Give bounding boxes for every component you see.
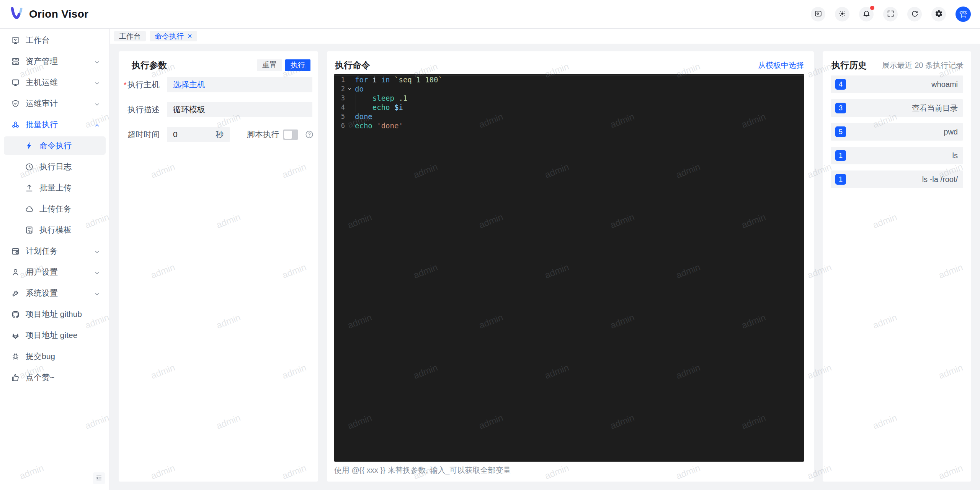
sidebar-item-asset-management[interactable]: 资产管理	[4, 52, 106, 70]
help-icon[interactable]	[305, 130, 314, 139]
app-header: Orion Visor 管	[0, 0, 980, 29]
sidebar-item-label: 项目地址 github	[26, 309, 82, 320]
reset-button[interactable]: 重置	[257, 59, 282, 71]
audit-icon	[11, 99, 20, 108]
history-item[interactable]: 5pwd	[831, 123, 963, 141]
chevron-up-icon	[94, 121, 100, 128]
tab-command-execution[interactable]: 命令执行✕	[150, 31, 197, 41]
line-number: 4	[334, 103, 345, 112]
sidebar-item-execution-template[interactable]: 执行模板	[4, 221, 106, 239]
sidebar-item-label: 点个赞~	[26, 372, 54, 383]
menu-fold-icon	[95, 474, 103, 483]
host-field-row: *执行主机 选择主机	[119, 77, 318, 92]
sidebar-item-label: 系统设置	[26, 288, 58, 298]
command-panel-header: 执行命令 从模板中选择	[327, 59, 814, 72]
schedule-icon	[11, 246, 20, 256]
fullscreen-button[interactable]	[883, 7, 898, 21]
chevron-down-icon	[94, 269, 100, 275]
timeout-field-row: 超时时间 秒 脚本执行	[119, 127, 318, 142]
close-icon[interactable]: ✕	[187, 33, 192, 39]
sidebar-item-label: 工作台	[26, 35, 50, 46]
wrench-icon	[11, 288, 20, 298]
thumbs-up-icon	[11, 373, 20, 382]
sidebar-item-label: 批量上传	[39, 182, 72, 193]
sidebar-item-label: 批量执行	[26, 119, 58, 130]
refresh-icon	[911, 10, 919, 19]
history-panel-title: 执行历史	[831, 59, 867, 71]
history-command: ls -la /root/	[922, 175, 958, 184]
sidebar-item-batch-upload[interactable]: 批量上传	[4, 179, 106, 197]
fold-spacer	[345, 112, 354, 121]
timeout-input[interactable]	[173, 130, 216, 139]
history-command: ls	[952, 151, 958, 160]
sidebar-item-batch-execution[interactable]: 批量执行	[4, 115, 106, 134]
refresh-button[interactable]	[907, 7, 922, 21]
app-logo[interactable]: Orion Visor	[9, 6, 88, 23]
execution-count-badge: 3	[835, 103, 846, 113]
history-item[interactable]: 3查看当前目录	[831, 99, 963, 117]
avatar[interactable]: 管	[956, 7, 971, 22]
sidebar-item-submit-bug[interactable]: 提交bug	[4, 347, 106, 365]
workbench-icon	[11, 36, 20, 45]
gear-icon	[935, 10, 943, 19]
sidebar-item-execution-log[interactable]: 执行日志	[4, 157, 106, 176]
sidebar-item-scheduled-tasks[interactable]: 计划任务	[4, 242, 106, 260]
fold-chevron-icon[interactable]	[345, 84, 354, 93]
code-settings-button[interactable]	[811, 7, 825, 21]
script-exec-toggle[interactable]	[283, 129, 298, 140]
history-item[interactable]: 1ls -la /root/	[831, 170, 963, 188]
sidebar-item-label: 执行模板	[39, 225, 72, 235]
host-field-label: *执行主机	[119, 79, 160, 90]
description-field-label: 执行描述	[119, 104, 160, 115]
chevron-down-icon	[94, 79, 100, 86]
sidebar-item-command-execution[interactable]: 命令执行	[4, 136, 106, 155]
line-number: 6	[334, 121, 345, 130]
sidebar-item-label: 运维审计	[26, 98, 58, 109]
required-asterisk: *	[124, 80, 127, 89]
history-item[interactable]: 4whoami	[831, 75, 963, 93]
sidebar-item-workbench[interactable]: 工作台	[4, 31, 106, 49]
settings-button[interactable]	[931, 7, 946, 21]
execution-params-panel: 执行参数 重置 执行 *执行主机 选择主机 执行描述 超时时间 秒 脚本执行	[119, 51, 318, 482]
sidebar-item-like[interactable]: 点个赞~	[4, 368, 106, 387]
notifications-button[interactable]	[859, 7, 874, 21]
description-input[interactable]	[173, 105, 306, 114]
select-host-field[interactable]: 选择主机	[167, 77, 312, 92]
asset-icon	[11, 57, 20, 66]
history-item[interactable]: 1ls	[831, 147, 963, 164]
code-editor[interactable]: 1for i in `seq 1 100`2do3 sleep .14 echo…	[334, 74, 804, 462]
editor-hint: 使用 @{{ xxx }} 来替换参数, 输入_可以获取全部变量	[334, 465, 511, 475]
sidebar-collapse-button[interactable]	[93, 472, 105, 484]
toggle-knob	[284, 131, 292, 139]
sidebar-item-gitee[interactable]: 项目地址 gitee	[4, 326, 106, 344]
header-actions: 管	[811, 7, 971, 22]
tab-workbench[interactable]: 工作台	[114, 31, 146, 41]
sidebar-item-upload-tasks[interactable]: 上传任务	[4, 200, 106, 218]
sidebar-item-github[interactable]: 项目地址 github	[4, 305, 106, 323]
host-icon	[11, 78, 20, 87]
sidebar-item-ops-audit[interactable]: 运维审计	[4, 94, 106, 113]
select-from-template-link[interactable]: 从模板中选择	[758, 60, 804, 70]
sidebar-item-system-settings[interactable]: 系统设置	[4, 284, 106, 302]
execution-count-badge: 1	[835, 174, 846, 185]
chevron-down-icon	[94, 58, 100, 65]
tab-label: 命令执行	[155, 31, 184, 41]
chevron-down-icon	[94, 100, 100, 107]
fold-spacer	[345, 121, 354, 130]
theme-button[interactable]	[835, 7, 849, 21]
execution-history-panel: 执行历史 展示最近 20 条执行记录 4whoami3查看当前目录5pwd1ls…	[823, 51, 971, 482]
line-number: 5	[334, 112, 345, 121]
sidebar-item-user-settings[interactable]: 用户设置	[4, 263, 106, 281]
line-number: 3	[334, 93, 345, 103]
execution-count-badge: 4	[835, 79, 846, 90]
sidebar-item-host-ops[interactable]: 主机运维	[4, 73, 106, 92]
code-line: 6echo 'done'	[334, 121, 804, 130]
fold-spacer	[345, 93, 354, 103]
run-button[interactable]: 执行	[285, 59, 310, 71]
select-host-link[interactable]: 选择主机	[173, 79, 205, 90]
fold-spacer	[345, 75, 354, 84]
orion-visor-app: Orion Visor 管 工作台资	[0, 0, 980, 490]
code-line: 2do	[334, 84, 804, 93]
sidebar-item-label: 命令执行	[39, 140, 72, 151]
params-panel-title: 执行参数	[132, 59, 167, 71]
